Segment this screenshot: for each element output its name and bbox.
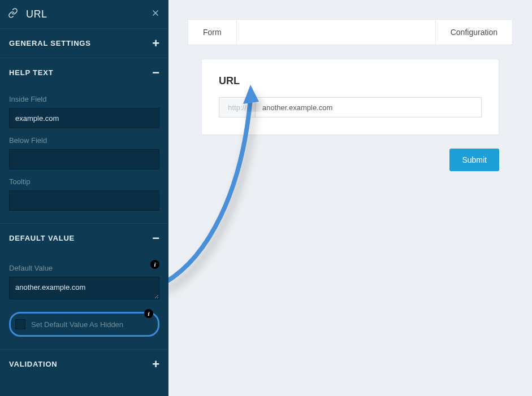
url-field-card: URL http://: [201, 59, 499, 135]
plus-icon: +: [152, 360, 159, 368]
section-title: GENERAL SETTINGS: [9, 39, 91, 47]
sidebar-title: URL: [26, 8, 150, 20]
inside-field-label: Inside Field: [9, 95, 159, 103]
url-input[interactable]: [256, 98, 481, 117]
tooltip-label: Tooltip: [9, 177, 159, 186]
section-general-settings: GENERAL SETTINGS +: [0, 28, 168, 58]
section-validation: VALIDATION +: [0, 349, 168, 378]
close-icon[interactable]: [150, 7, 161, 21]
tab-configuration[interactable]: Configuration: [435, 20, 512, 45]
below-field-label: Below Field: [9, 136, 159, 145]
set-default-hidden-label: Set Default Value As Hidden: [31, 320, 123, 329]
plus-icon: +: [152, 40, 159, 47]
section-header-validation[interactable]: VALIDATION +: [0, 350, 168, 378]
url-prefix-label: http://: [219, 98, 256, 117]
below-field-input[interactable]: [9, 149, 159, 169]
section-header-help[interactable]: HELP TEXT −: [0, 58, 168, 87]
section-body-help: Inside Field Below Field Tooltip: [0, 95, 168, 223]
section-title: VALIDATION: [9, 360, 58, 368]
link-icon: [8, 8, 18, 20]
minus-icon: −: [152, 234, 159, 242]
submit-row: Submit: [188, 149, 499, 171]
form-preview-area: Form Configuration URL http:// Submit: [168, 0, 532, 396]
default-value-label: Default Value: [9, 264, 53, 272]
preview-tabs: Form Configuration: [188, 19, 513, 45]
section-title: HELP TEXT: [9, 68, 53, 77]
set-default-hidden-row[interactable]: i Set Default Value As Hidden: [9, 312, 159, 337]
url-input-group: http://: [219, 97, 482, 118]
section-default-value: DEFAULT VALUE − Default Value i i Set De…: [0, 223, 168, 349]
info-icon[interactable]: i: [144, 309, 153, 318]
section-header-default[interactable]: DEFAULT VALUE −: [0, 224, 168, 253]
section-title: DEFAULT VALUE: [9, 234, 75, 242]
minus-icon: −: [152, 69, 159, 77]
url-field-title: URL: [219, 75, 482, 87]
submit-button[interactable]: Submit: [449, 149, 499, 171]
info-icon[interactable]: i: [150, 260, 159, 269]
inside-field-input[interactable]: [9, 108, 159, 128]
section-body-default: Default Value i i Set Default Value As H…: [0, 256, 168, 349]
sidebar-header: URL: [0, 0, 168, 28]
section-header-general[interactable]: GENERAL SETTINGS +: [0, 29, 168, 58]
tooltip-input[interactable]: [9, 190, 159, 211]
field-settings-sidebar: URL GENERAL SETTINGS + HELP TEXT − Insid…: [0, 0, 168, 396]
tab-form[interactable]: Form: [188, 20, 237, 45]
default-value-input[interactable]: [9, 277, 159, 299]
set-default-hidden-checkbox[interactable]: [15, 319, 25, 329]
form-canvas: URL http:// Submit: [188, 59, 513, 171]
section-help-text: HELP TEXT − Inside Field Below Field Too…: [0, 58, 168, 223]
